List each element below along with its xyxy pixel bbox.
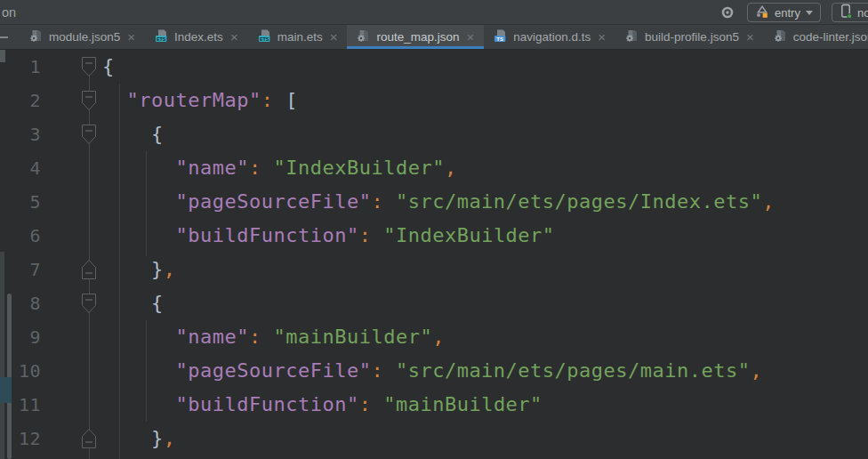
code-text: "routerMap": [ — [102, 84, 298, 117]
close-icon[interactable]: × — [467, 30, 475, 44]
fold-collapse-icon[interactable] — [81, 124, 97, 149]
line-number: 6 — [0, 219, 41, 253]
editor-tab-bar: module.json5×ETSIndex.ets×ETSmain.ets×ro… — [0, 25, 868, 50]
device-selector-label: no — [857, 6, 868, 20]
left-edge-strip — [0, 252, 4, 459]
svg-text:TS: TS — [497, 36, 504, 42]
code-text: "name": "mainBuilder", — [102, 320, 445, 354]
line-number: 12 — [0, 422, 41, 455]
target-locate-icon[interactable] — [719, 4, 736, 21]
tab-module-json5[interactable]: module.json5× — [20, 25, 145, 49]
close-icon[interactable]: × — [230, 30, 238, 44]
fold-end-icon[interactable] — [81, 428, 97, 453]
line-number: 4 — [0, 151, 41, 185]
code-line[interactable]: 4 "name": "IndexBuilder", — [0, 151, 868, 185]
scrollbar-selection-marker — [0, 377, 12, 403]
code-text: "buildFunction": "mainBuilder" — [102, 388, 542, 422]
code-line[interactable]: 5 "pageSourceFile": "src/main/ets/pages/… — [0, 185, 868, 219]
module-selector[interactable]: entry — [747, 3, 821, 22]
line-number: 5 — [0, 185, 41, 219]
ets-file-icon: ETS — [155, 28, 169, 45]
json5-file-icon — [357, 28, 371, 45]
code-line[interactable]: 6 "buildFunction": "IndexBuilder" — [0, 219, 868, 253]
line-number: 1 — [0, 50, 41, 84]
tab-label: main.ets — [277, 30, 323, 44]
code-text: }, — [102, 422, 175, 455]
tab-label: route_map.json — [376, 30, 459, 44]
tab-build-profile-json5[interactable]: build-profile.json5× — [615, 25, 764, 49]
line-number: 7 — [0, 253, 41, 286]
line-number: 8 — [0, 286, 41, 320]
phone-device-icon — [840, 4, 852, 21]
code-text: "buildFunction": "IndexBuilder" — [102, 219, 555, 253]
code-text: { — [102, 286, 164, 320]
tab-overflow-indicator — [0, 36, 8, 38]
code-lines: 1{2 "routerMap": [3 {4 "name": "IndexBui… — [0, 50, 868, 455]
code-text: { — [102, 117, 164, 151]
code-line[interactable]: 1{ — [0, 50, 868, 84]
tab-route-map-json[interactable]: route_map.json× — [347, 25, 484, 49]
code-text: "pageSourceFile": "src/main/ets/pages/In… — [102, 185, 775, 219]
module-icon — [755, 4, 769, 21]
code-line[interactable]: 7 }, — [0, 253, 868, 286]
toolbar-right-group: entry no — [719, 0, 868, 25]
close-icon[interactable]: × — [746, 30, 754, 44]
code-text: }, — [102, 253, 175, 286]
code-line[interactable]: 12 }, — [0, 422, 868, 455]
ets-file-icon: ETS — [258, 28, 272, 45]
code-line[interactable]: 3 { — [0, 117, 868, 151]
line-number: 3 — [0, 117, 41, 151]
tab-navigation-d-ts[interactable]: TSnavigation.d.ts× — [484, 25, 615, 49]
fold-collapse-icon[interactable] — [81, 90, 97, 115]
svg-text:ETS: ETS — [260, 36, 269, 42]
code-line[interactable]: 10 "pageSourceFile": "src/main/ets/pages… — [0, 354, 868, 388]
json5-file-icon — [774, 28, 788, 45]
close-icon[interactable]: × — [330, 30, 338, 44]
tab-code-linter-json5[interactable]: code-linter.json5× — [764, 25, 868, 49]
tab-label: module.json5 — [49, 30, 120, 44]
main-toolbar: on entry — [0, 0, 868, 25]
json5-file-icon — [625, 28, 639, 45]
tab-label: navigation.d.ts — [513, 30, 591, 44]
toolbar-left-text: on — [2, 5, 16, 20]
tab-Index-ets[interactable]: ETSIndex.ets× — [145, 25, 248, 49]
close-icon[interactable]: × — [598, 30, 606, 44]
code-line[interactable]: 11 "buildFunction": "mainBuilder" — [0, 388, 868, 422]
module-selector-label: entry — [775, 6, 800, 20]
fold-end-icon[interactable] — [81, 259, 97, 284]
left-edge-fragment — [0, 50, 5, 62]
tab-label: code-linter.json5 — [793, 30, 868, 44]
code-editor[interactable]: 1{2 "routerMap": [3 {4 "name": "IndexBui… — [0, 50, 868, 459]
device-selector[interactable]: no — [832, 3, 868, 22]
chevron-down-icon — [806, 11, 813, 15]
fold-collapse-icon[interactable] — [81, 293, 97, 318]
code-line[interactable]: 9 "name": "mainBuilder", — [0, 320, 868, 354]
code-line[interactable]: 8 { — [0, 286, 868, 320]
ide-window: on entry — [0, 0, 868, 459]
code-text: { — [102, 50, 115, 84]
line-number: 9 — [0, 320, 41, 354]
json5-file-icon — [29, 28, 44, 45]
close-icon[interactable]: × — [127, 30, 135, 44]
ts-file-icon: TS — [494, 28, 508, 45]
tab-label: Index.ets — [174, 30, 223, 44]
left-scrollbar-thumb[interactable] — [7, 294, 12, 459]
fold-collapse-icon[interactable] — [81, 56, 97, 81]
tab-main-ets[interactable]: ETSmain.ets× — [248, 25, 348, 49]
tab-label: build-profile.json5 — [645, 30, 739, 44]
code-text: "name": "IndexBuilder", — [102, 151, 457, 185]
svg-text:ETS: ETS — [157, 36, 166, 42]
code-line[interactable]: 2 "routerMap": [ — [0, 84, 868, 117]
code-text: "pageSourceFile": "src/main/ets/pages/ma… — [102, 354, 762, 388]
line-number: 2 — [0, 84, 41, 117]
